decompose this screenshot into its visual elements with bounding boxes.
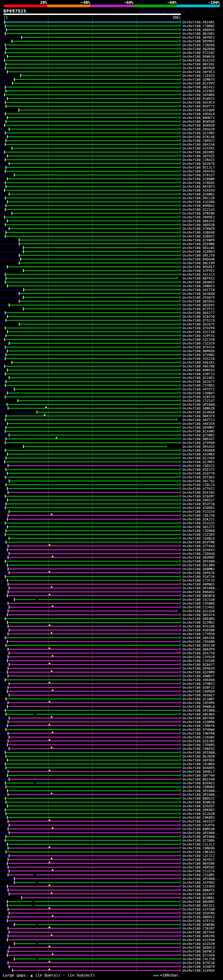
hit-label[interactable]: UniRef100_Q7U9W1	[183, 353, 215, 357]
alignment-bar[interactable]	[5, 102, 180, 103]
alignment-bar[interactable]	[6, 140, 179, 141]
alignment-bar[interactable]	[5, 366, 179, 367]
hit-label[interactable]: UniRef100_C6J1G0	[183, 598, 215, 601]
hit-label[interactable]: UniRef100_Q0D0I2	[183, 915, 215, 919]
alignment-bar[interactable]	[8, 633, 179, 635]
alignment-bar[interactable]	[9, 553, 179, 554]
hit-label[interactable]: UniRef100_B9IBY5	[183, 185, 215, 188]
hit-label[interactable]: UniRef100_Q1DJB2	[183, 740, 215, 743]
hit-label[interactable]: UniRef100_B9W8L0	[183, 705, 215, 708]
alignment-bar[interactable]	[7, 549, 179, 550]
hit-label[interactable]: UniRef100_B6JBZ0	[183, 755, 215, 758]
hit-label[interactable]: UniRef100_Q9SMH7	[183, 426, 215, 430]
hit-label[interactable]: UniRef100_A1BQW9	[183, 177, 215, 181]
alignment-bar[interactable]	[5, 236, 180, 237]
hit-label[interactable]: UniRef100_B8DG22	[183, 797, 215, 800]
alignment-bar[interactable]	[7, 790, 179, 791]
alignment-bar[interactable]	[23, 251, 179, 252]
alignment-bar[interactable]	[6, 530, 179, 531]
hit-label[interactable]: UniRef100_A7TQ44	[183, 544, 215, 548]
alignment-bar[interactable]	[5, 358, 180, 359]
hit-label[interactable]: UniRef100_A9PHE2	[183, 216, 215, 219]
hit-label[interactable]: UniRef100_Q8EQM3	[183, 617, 215, 620]
alignment-bar[interactable]	[7, 423, 179, 424]
hit-label[interactable]: UniRef100_A9SUL8	[183, 112, 215, 116]
alignment-bar[interactable]	[5, 534, 180, 535]
alignment-bar[interactable]	[8, 909, 179, 910]
hit-label[interactable]: UniRef100_Q12630	[183, 812, 215, 816]
alignment-bar[interactable]	[7, 201, 179, 202]
hit-label[interactable]: UniRef100_A8PWG5	[183, 583, 215, 586]
alignment-bar[interactable]	[23, 309, 179, 309]
alignment-bar[interactable]	[5, 190, 179, 191]
alignment-bar[interactable]	[5, 216, 179, 218]
alignment-bar[interactable]	[9, 825, 179, 826]
alignment-bar[interactable]	[8, 676, 179, 676]
alignment-bar[interactable]	[14, 599, 179, 600]
hit-label[interactable]: UniRef100_C5Z3C9	[183, 342, 215, 345]
alignment-bar[interactable]	[8, 794, 179, 795]
hit-label[interactable]: UniRef100_A1CPA8	[183, 938, 215, 942]
hit-label[interactable]: UniRef100_B3EN22	[183, 781, 215, 785]
alignment-bar[interactable]	[5, 339, 179, 340]
hit-label[interactable]: UniRef100_Q8DHS5	[183, 28, 215, 32]
alignment-bar[interactable]	[8, 584, 179, 585]
hit-label[interactable]: UniRef100_C9S6N9	[183, 640, 215, 643]
alignment-bar[interactable]	[13, 970, 179, 971]
hit-label[interactable]: UniRef100_A9BD53	[183, 284, 215, 288]
alignment-bar[interactable]	[9, 377, 179, 378]
alignment-bar[interactable]	[7, 500, 179, 501]
hit-label[interactable]: UniRef100_B8HK71	[183, 116, 215, 119]
hit-label[interactable]: UniRef100_C8NUH6	[183, 846, 215, 850]
alignment-bar[interactable]	[6, 645, 179, 646]
alignment-bar[interactable]	[9, 664, 179, 665]
alignment-bar[interactable]	[6, 205, 179, 206]
alignment-bar[interactable]	[22, 37, 179, 38]
hit-label[interactable]: UniRef100_A8YNI2	[183, 36, 215, 39]
hit-label[interactable]: UniRef100_B4ADH5	[183, 766, 215, 770]
hit-label[interactable]: UniRef100_Q1IW07	[183, 697, 215, 701]
hit-label[interactable]: UniRef100_A8G7B6	[183, 365, 215, 368]
alignment-bar[interactable]	[6, 729, 179, 730]
alignment-bar[interactable]	[5, 561, 180, 562]
hit-label[interactable]: UniRef100_C6MUB2	[183, 785, 215, 789]
hit-label[interactable]: UniRef100_Q42676	[183, 162, 215, 165]
hit-label[interactable]: UniRef100_Q08ZP9	[183, 648, 215, 651]
hit-label[interactable]: UniRef100_C5YDD1	[183, 384, 215, 387]
hit-label[interactable]: UniRef100_A6YB17	[183, 858, 215, 861]
alignment-bar[interactable]	[8, 668, 179, 669]
hit-label[interactable]: UniRef100_Q43848	[183, 292, 215, 296]
alignment-bar[interactable]	[8, 408, 179, 409]
alignment-bar[interactable]	[9, 832, 179, 833]
alignment-bar[interactable]	[23, 297, 179, 298]
alignment-bar[interactable]	[9, 947, 179, 948]
alignment-bar[interactable]	[23, 446, 165, 447]
alignment-bar[interactable]	[9, 718, 179, 719]
alignment-bar[interactable]	[19, 301, 179, 302]
hit-label[interactable]: UniRef100_C2C1C2	[183, 854, 215, 858]
alignment-bar[interactable]	[6, 469, 179, 470]
alignment-bar[interactable]	[5, 798, 180, 799]
alignment-bar[interactable]	[9, 194, 179, 195]
alignment-bar[interactable]	[7, 136, 179, 137]
hit-label[interactable]: UniRef100_Q0IKM1	[183, 151, 215, 154]
hit-label[interactable]: UniRef100_A2C558	[183, 338, 215, 341]
alignment-bar[interactable]	[7, 98, 179, 99]
alignment-bar[interactable]	[13, 83, 179, 84]
alignment-bar[interactable]	[19, 110, 179, 111]
alignment-bar[interactable]	[8, 829, 179, 829]
alignment-bar[interactable]	[7, 817, 179, 818]
hit-label[interactable]: UniRef100_B9AUH2	[183, 590, 215, 594]
alignment-bar[interactable]	[14, 175, 179, 175]
hit-label[interactable]: UniRef100_Q46IK1	[183, 361, 215, 364]
hit-label[interactable]: UniRef100_Q3M6Y5	[183, 78, 215, 81]
alignment-bar[interactable]	[5, 752, 180, 753]
hit-label[interactable]: UniRef100_C1E825	[183, 74, 215, 78]
hit-label[interactable]: UniRef100_Q42677	[183, 380, 215, 383]
hit-label[interactable]: UniRef100_Q014I2	[183, 86, 215, 89]
alignment-bar[interactable]	[5, 67, 180, 68]
alignment-bar[interactable]	[8, 492, 179, 493]
alignment-bar[interactable]	[6, 851, 179, 853]
alignment-bar[interactable]	[7, 220, 179, 221]
hit-label[interactable]: UniRef100_P23254	[183, 510, 215, 514]
